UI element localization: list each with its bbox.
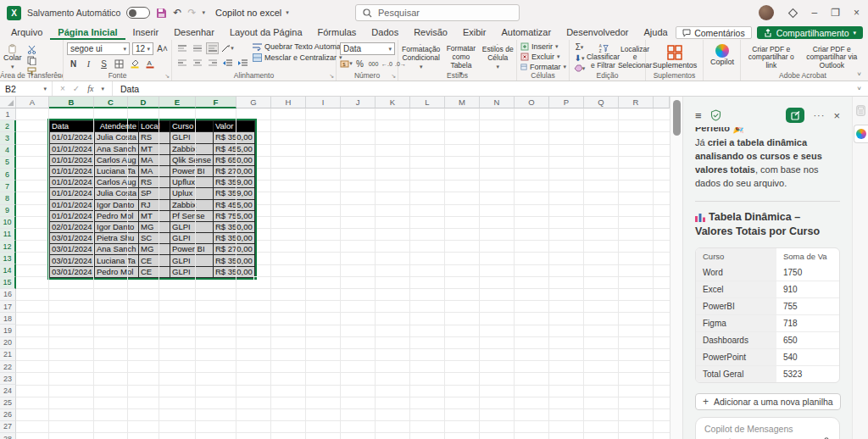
sheet-cell[interactable]: GLPI <box>170 255 214 266</box>
sheet-cell[interactable]: 01/01/2024 <box>50 177 95 188</box>
sheet-cell[interactable]: Luciana Ta <box>95 165 139 176</box>
sheet-cell[interactable]: RS <box>139 177 170 188</box>
sheet-cell[interactable]: 01/01/2024 <box>50 143 95 154</box>
sheet-cell[interactable]: GLPI <box>170 233 214 244</box>
cut-icon[interactable] <box>25 45 38 54</box>
column-header-h[interactable]: H <box>271 97 306 108</box>
tab-exibir[interactable]: Exibir <box>455 25 494 40</box>
autosum-icon[interactable]: Σ▾ <box>573 42 586 52</box>
tab-formulas[interactable]: Fórmulas <box>310 25 364 40</box>
sheet-header-cell[interactable]: Curso <box>170 121 214 132</box>
column-header-j[interactable]: J <box>341 97 376 108</box>
close-button[interactable]: × <box>854 8 860 18</box>
sheet-cell[interactable]: 01/01/2024 <box>50 165 95 176</box>
comments-button[interactable]: Comentários <box>676 26 752 39</box>
column-header-m[interactable]: M <box>445 97 480 108</box>
accounting-format-icon[interactable]: $▾ <box>340 58 353 69</box>
comma-style-icon[interactable]: 000 <box>367 58 380 69</box>
sheet-cell[interactable]: R$ 350,00 <box>213 255 254 266</box>
sheet-cell[interactable]: Ana Sanch <box>95 143 139 154</box>
copilot-rail-button[interactable] <box>854 125 868 143</box>
row-header-21[interactable]: 21 <box>0 349 16 361</box>
add-to-sheet-button[interactable]: + Adicionar a uma nova planilha <box>695 393 841 410</box>
borders-icon[interactable] <box>113 58 125 69</box>
tab-dados[interactable]: Dados <box>364 25 406 40</box>
row-header-28[interactable]: 28 <box>0 433 16 439</box>
sheet-cell[interactable]: Zabbix <box>170 199 214 210</box>
tab-desenhar[interactable]: Desenhar <box>166 25 222 40</box>
sheet-cell[interactable]: MA <box>139 165 170 176</box>
sheet-cell[interactable]: 03/01/2024 <box>50 266 95 277</box>
sheet-cell[interactable]: Ana Sanch <box>95 244 139 255</box>
number-format-select[interactable]: Data▾ <box>340 42 395 55</box>
create-pdf-link-button[interactable]: A Criar PDF e compartilhar o link <box>744 42 798 70</box>
restore-button[interactable]: ❐ <box>831 8 840 18</box>
sheet-cell[interactable]: 01/01/2024 <box>50 188 95 199</box>
column-header-b[interactable]: B <box>49 97 94 108</box>
copy-icon[interactable] <box>25 56 38 65</box>
insert-function-icon[interactable]: fx <box>87 84 93 93</box>
find-select-button[interactable]: Localizar e Selecionar <box>620 42 649 70</box>
sheet-cell[interactable]: R$ 350,00 <box>213 266 254 277</box>
sheet-cell[interactable]: SP <box>139 188 170 199</box>
italic-button[interactable]: I <box>82 58 95 69</box>
row-header-9[interactable]: 9 <box>0 205 16 217</box>
sheet-cell[interactable]: 01/01/2024 <box>50 199 95 210</box>
addins-button[interactable]: Suplementos <box>653 42 698 70</box>
save-icon[interactable] <box>156 8 167 19</box>
sheet-cell[interactable]: MG <box>139 244 170 255</box>
name-box[interactable]: B2 ▾ <box>0 81 53 96</box>
row-header-4[interactable]: 4 <box>0 145 16 157</box>
increase-decimal-icon[interactable]: ←.0 <box>381 58 393 69</box>
cancel-entry-icon[interactable]: × <box>60 84 65 93</box>
vertical-scrollbar[interactable] <box>670 97 683 439</box>
sheet-header-cell[interactable]: Local <box>139 121 170 132</box>
sheet-cell[interactable]: Carlos Aug <box>95 177 139 188</box>
tab-ajuda[interactable]: Ajuda <box>637 25 676 40</box>
bold-button[interactable]: N <box>67 58 80 69</box>
sheet-cell[interactable]: R$ 350,00 <box>213 233 254 244</box>
row-header-11[interactable]: 11 <box>0 229 16 241</box>
scrollbar-thumb[interactable] <box>673 100 681 136</box>
align-right-icon[interactable] <box>206 57 219 69</box>
minimize-button[interactable]: – <box>812 8 818 18</box>
column-header-f[interactable]: F <box>196 97 236 108</box>
title-chevron-down-icon[interactable]: ▾ <box>286 9 289 16</box>
tab-desenvolvedor[interactable]: Desenvolvedor <box>559 25 636 40</box>
column-header-k[interactable]: K <box>376 97 410 108</box>
collapse-ribbon-chevron-icon[interactable]: ˅ <box>857 70 861 78</box>
row-header-19[interactable]: 19 <box>0 325 16 336</box>
column-header-e[interactable]: E <box>159 97 196 108</box>
insert-cells-button[interactable]: Inserir▾ <box>520 42 566 51</box>
row-header-15[interactable]: 15 <box>0 277 16 289</box>
avatar[interactable] <box>759 5 774 20</box>
underline-button[interactable]: S <box>97 58 110 69</box>
share-button[interactable]: Compartilhamento ▾ <box>757 26 863 39</box>
create-pdf-outlook-button[interactable]: A Criar PDF e compartilhar via Outlook <box>802 42 862 70</box>
sheet-cell[interactable]: Julia Costa <box>95 188 139 199</box>
align-middle-icon[interactable] <box>191 42 203 54</box>
column-header-q[interactable]: Q <box>584 97 619 108</box>
column-header-n[interactable]: N <box>480 97 515 108</box>
row-header-1[interactable]: 1 <box>0 108 16 120</box>
tab-layout-da-pagina[interactable]: Layout da Página <box>222 25 310 40</box>
column-header-i[interactable]: I <box>306 97 341 108</box>
sheet-cell[interactable]: GLPI <box>170 132 214 143</box>
percent-style-icon[interactable]: % <box>353 58 366 69</box>
calculator-icon[interactable] <box>856 105 865 116</box>
grow-font-icon[interactable]: A˄ <box>156 43 169 55</box>
column-header-d[interactable]: D <box>128 97 159 108</box>
sheet-cell[interactable]: R$ 359,00 <box>213 188 254 199</box>
number-dialog-launcher-icon[interactable]: ↘ <box>391 73 396 79</box>
font-size-select[interactable]: 12▾ <box>132 42 153 55</box>
sheet-cell[interactable]: Qlik Sense <box>170 154 214 165</box>
sheet-cell[interactable]: Power BI <box>170 244 214 255</box>
row-header-8[interactable]: 8 <box>0 192 16 204</box>
sheet-header-cell[interactable]: Atendente <box>95 121 139 132</box>
column-header-o[interactable]: O <box>515 97 549 108</box>
column-header-p[interactable]: P <box>549 97 584 108</box>
sheet-cell[interactable]: RJ <box>139 199 170 210</box>
sort-filter-button[interactable]: AZ Classificar e Filtrar <box>589 42 617 70</box>
align-top-icon[interactable] <box>175 42 188 54</box>
tab-revisao[interactable]: Revisão <box>406 25 455 40</box>
